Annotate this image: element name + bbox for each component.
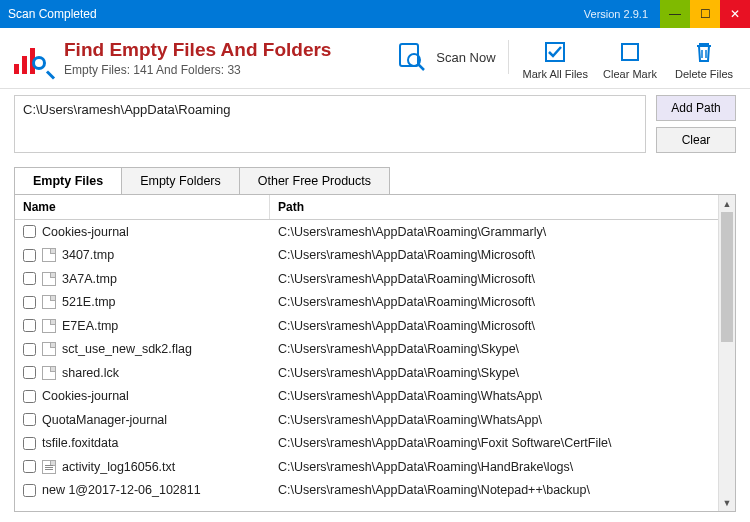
path-row: C:\Users\ramesh\AppData\Roaming Add Path… — [0, 89, 750, 153]
row-checkbox[interactable] — [23, 343, 36, 356]
file-name: 521E.tmp — [62, 295, 116, 309]
file-name: tsfile.foxitdata — [42, 436, 118, 450]
file-path: C:\Users\ramesh\AppData\Roaming\Microsof… — [270, 295, 735, 309]
row-checkbox[interactable] — [23, 249, 36, 262]
path-value: C:\Users\ramesh\AppData\Roaming — [23, 102, 230, 117]
check-icon — [543, 40, 567, 64]
row-checkbox[interactable] — [23, 272, 36, 285]
text-file-icon — [42, 460, 56, 474]
table-row[interactable]: shared.lckC:\Users\ramesh\AppData\Roamin… — [15, 361, 735, 385]
table-header: Name Path — [15, 195, 735, 220]
file-path: C:\Users\ramesh\AppData\Roaming\Notepad+… — [270, 483, 735, 497]
scroll-up-icon[interactable]: ▲ — [719, 195, 735, 212]
tab-empty-folders[interactable]: Empty Folders — [121, 167, 240, 194]
file-path: C:\Users\ramesh\AppData\Roaming\WhatsApp… — [270, 413, 735, 427]
file-name: sct_use_new_sdk2.flag — [62, 342, 192, 356]
file-path: C:\Users\ramesh\AppData\Roaming\Skype\ — [270, 366, 735, 380]
maximize-button[interactable]: ☐ — [690, 0, 720, 28]
table-row[interactable]: Cookies-journalC:\Users\ramesh\AppData\R… — [15, 220, 735, 244]
table-row[interactable]: 3A7A.tmpC:\Users\ramesh\AppData\Roaming\… — [15, 267, 735, 291]
file-icon — [42, 319, 56, 333]
scan-icon — [394, 40, 428, 74]
tab-other-products[interactable]: Other Free Products — [239, 167, 390, 194]
tabs: Empty Files Empty Folders Other Free Pro… — [14, 167, 736, 194]
table-row[interactable]: E7EA.tmpC:\Users\ramesh\AppData\Roaming\… — [15, 314, 735, 338]
table-row[interactable]: sct_use_new_sdk2.flagC:\Users\ramesh\App… — [15, 338, 735, 362]
file-name: shared.lck — [62, 366, 119, 380]
row-checkbox[interactable] — [23, 225, 36, 238]
app-title: Find Empty Files And Folders — [64, 39, 331, 61]
table-row[interactable]: Cookies-journalC:\Users\ramesh\AppData\R… — [15, 385, 735, 409]
app-subtitle: Empty Files: 141 And Folders: 33 — [64, 63, 331, 77]
file-path: C:\Users\ramesh\AppData\Roaming\HandBrak… — [270, 460, 735, 474]
scrollbar[interactable]: ▲ ▼ — [718, 195, 735, 511]
file-path: C:\Users\ramesh\AppData\Roaming\WhatsApp… — [270, 389, 735, 403]
row-checkbox[interactable] — [23, 484, 36, 497]
col-name[interactable]: Name — [15, 195, 270, 219]
row-checkbox[interactable] — [23, 296, 36, 309]
col-path[interactable]: Path — [270, 195, 735, 219]
path-input[interactable]: C:\Users\ramesh\AppData\Roaming — [14, 95, 646, 153]
trash-icon — [692, 40, 716, 64]
row-checkbox[interactable] — [23, 437, 36, 450]
row-checkbox[interactable] — [23, 390, 36, 403]
add-path-button[interactable]: Add Path — [656, 95, 736, 121]
clear-mark-label: Clear Mark — [603, 68, 657, 80]
table-row[interactable]: new 1@2017-12-06_102811C:\Users\ramesh\A… — [15, 479, 735, 503]
file-name: 3A7A.tmp — [62, 272, 117, 286]
file-name: QuotaManager-journal — [42, 413, 167, 427]
square-icon — [618, 40, 642, 64]
scroll-down-icon[interactable]: ▼ — [719, 494, 735, 511]
table-row[interactable]: 3407.tmpC:\Users\ramesh\AppData\Roaming\… — [15, 244, 735, 268]
file-name: Cookies-journal — [42, 225, 129, 239]
delete-files-button[interactable]: Delete Files — [672, 40, 736, 80]
delete-label: Delete Files — [675, 68, 733, 80]
file-name: activity_log16056.txt — [62, 460, 175, 474]
close-button[interactable]: ✕ — [720, 0, 750, 28]
tab-empty-files[interactable]: Empty Files — [14, 167, 122, 194]
file-icon — [42, 248, 56, 262]
scan-now-button[interactable]: Scan Now — [394, 40, 508, 74]
table-row[interactable]: activity_log16056.txtC:\Users\ramesh\App… — [15, 455, 735, 479]
table-row[interactable]: tsfile.foxitdataC:\Users\ramesh\AppData\… — [15, 432, 735, 456]
scroll-thumb[interactable] — [721, 212, 733, 342]
file-table: Name Path Cookies-journalC:\Users\ramesh… — [14, 194, 736, 512]
clear-mark-button[interactable]: Clear Mark — [598, 40, 662, 80]
file-name: E7EA.tmp — [62, 319, 118, 333]
file-name: new 1@2017-12-06_102811 — [42, 483, 201, 497]
titlebar: Scan Completed Version 2.9.1 — ☐ ✕ — [0, 0, 750, 28]
header: Find Empty Files And Folders Empty Files… — [0, 28, 750, 89]
file-path: C:\Users\ramesh\AppData\Roaming\Microsof… — [270, 319, 735, 333]
file-path: C:\Users\ramesh\AppData\Roaming\Foxit So… — [270, 436, 735, 450]
file-icon — [42, 366, 56, 380]
file-name: 3407.tmp — [62, 248, 114, 262]
file-path: C:\Users\ramesh\AppData\Roaming\Microsof… — [270, 272, 735, 286]
file-name: Cookies-journal — [42, 389, 129, 403]
table-row[interactable]: 521E.tmpC:\Users\ramesh\AppData\Roaming\… — [15, 291, 735, 315]
file-icon — [42, 272, 56, 286]
row-checkbox[interactable] — [23, 319, 36, 332]
mark-all-button[interactable]: Mark All Files — [523, 40, 588, 80]
table-body: Cookies-journalC:\Users\ramesh\AppData\R… — [15, 220, 735, 511]
row-checkbox[interactable] — [23, 460, 36, 473]
row-checkbox[interactable] — [23, 366, 36, 379]
minimize-button[interactable]: — — [660, 0, 690, 28]
svg-line-2 — [418, 64, 424, 70]
clear-path-button[interactable]: Clear — [656, 127, 736, 153]
svg-rect-4 — [622, 44, 638, 60]
file-path: C:\Users\ramesh\AppData\Roaming\Skype\ — [270, 342, 735, 356]
mark-all-label: Mark All Files — [523, 68, 588, 80]
file-icon — [42, 295, 56, 309]
window-title: Scan Completed — [0, 7, 97, 21]
row-checkbox[interactable] — [23, 413, 36, 426]
file-icon — [42, 342, 56, 356]
app-icon — [14, 38, 54, 78]
file-path: C:\Users\ramesh\AppData\Roaming\Microsof… — [270, 248, 735, 262]
version-label: Version 2.9.1 — [584, 8, 660, 20]
scan-label: Scan Now — [436, 50, 495, 65]
table-row[interactable]: QuotaManager-journalC:\Users\ramesh\AppD… — [15, 408, 735, 432]
file-path: C:\Users\ramesh\AppData\Roaming\Grammarl… — [270, 225, 735, 239]
